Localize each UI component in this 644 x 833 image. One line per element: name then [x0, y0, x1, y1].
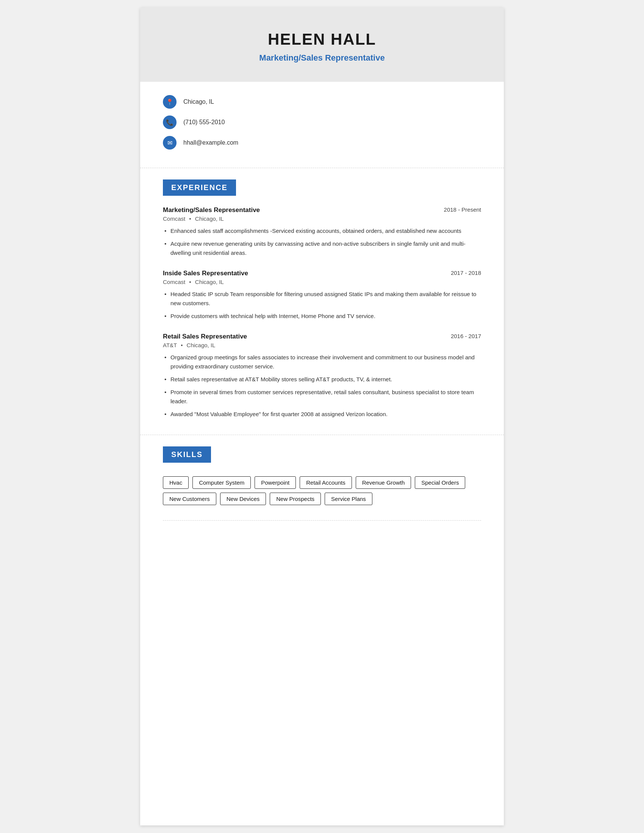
job-company-2: AT&T • Chicago, IL — [163, 342, 481, 348]
skill-tag-2: Powerpoint — [254, 476, 296, 489]
header-section: HELEN HALL Marketing/Sales Representativ… — [140, 8, 504, 82]
location-text: Chicago, IL — [184, 98, 214, 105]
skills-bottom-border — [163, 520, 481, 521]
bullet-list-2: Organized group meetings for sales assoc… — [163, 353, 481, 419]
phone-item: 📞 (710) 555-2010 — [163, 116, 481, 129]
bullet-item-1-0: Headed Static IP scrub Team responsible … — [163, 289, 481, 308]
email-icon: ✉ — [163, 136, 177, 150]
experience-section: EXPERIENCE Marketing/Sales Representativ… — [140, 168, 504, 435]
skill-tag-6: New Customers — [163, 493, 216, 505]
skill-tag-4: Revenue Growth — [356, 476, 411, 489]
bullet-item-0-0: Enhanced sales staff accomplishments -Se… — [163, 227, 481, 235]
job-company-1: Comcast • Chicago, IL — [163, 279, 481, 285]
skill-tag-7: New Devices — [220, 493, 266, 505]
skills-section-header: SKILLS — [163, 446, 211, 463]
bullet-item-2-3: Awarded "Most Valuable Employee" for fir… — [163, 410, 481, 419]
experience-entry-2: Retail Sales Representative2016 - 2017AT… — [163, 333, 481, 419]
skill-tag-5: Special Orders — [415, 476, 465, 489]
job-dates-0: 2018 - Present — [444, 206, 481, 213]
job-title-2: Retail Sales Representative — [163, 333, 247, 340]
bullet-list-0: Enhanced sales staff accomplishments -Se… — [163, 227, 481, 257]
candidate-name: HELEN HALL — [155, 30, 489, 48]
skills-tags-container: HvacComputer SystemPowerpointRetail Acco… — [163, 476, 481, 505]
candidate-title: Marketing/Sales Representative — [155, 53, 489, 63]
skills-section: SKILLS HvacComputer SystemPowerpointReta… — [140, 435, 504, 520]
bullet-item-2-1: Retail sales representative at AT&T Mobi… — [163, 375, 481, 384]
job-title-0: Marketing/Sales Representative — [163, 206, 260, 214]
bullet-list-1: Headed Static IP scrub Team responsible … — [163, 289, 481, 321]
job-dates-2: 2016 - 2017 — [451, 333, 481, 339]
experience-entry-1: Inside Sales Representative2017 - 2018Co… — [163, 270, 481, 321]
location-icon: 📍 — [163, 95, 177, 109]
bullet-item-2-0: Organized group meetings for sales assoc… — [163, 353, 481, 371]
phone-icon: 📞 — [163, 116, 177, 129]
experience-list: Marketing/Sales Representative2018 - Pre… — [163, 206, 481, 419]
email-text: hhall@example.com — [184, 139, 238, 146]
bullet-item-2-2: Promote in several times from customer s… — [163, 388, 481, 406]
contact-section: 📍 Chicago, IL 📞 (710) 555-2010 ✉ hhall@e… — [140, 82, 504, 168]
experience-section-header: EXPERIENCE — [163, 180, 236, 196]
bullet-item-1-1: Provide customers with technical help wi… — [163, 312, 481, 321]
skill-tag-8: New Prospects — [270, 493, 321, 505]
bullet-item-0-1: Acquire new revenue generating units by … — [163, 239, 481, 257]
location-item: 📍 Chicago, IL — [163, 95, 481, 109]
skill-tag-9: Service Plans — [325, 493, 372, 505]
job-company-0: Comcast • Chicago, IL — [163, 215, 481, 222]
skill-tag-1: Computer System — [192, 476, 251, 489]
experience-entry-0: Marketing/Sales Representative2018 - Pre… — [163, 206, 481, 257]
email-item: ✉ hhall@example.com — [163, 136, 481, 150]
job-title-1: Inside Sales Representative — [163, 270, 248, 277]
skill-tag-3: Retail Accounts — [299, 476, 351, 489]
resume-container: HELEN HALL Marketing/Sales Representativ… — [140, 8, 504, 825]
skill-tag-0: Hvac — [163, 476, 188, 489]
job-dates-1: 2017 - 2018 — [451, 270, 481, 276]
phone-text: (710) 555-2010 — [184, 119, 225, 126]
